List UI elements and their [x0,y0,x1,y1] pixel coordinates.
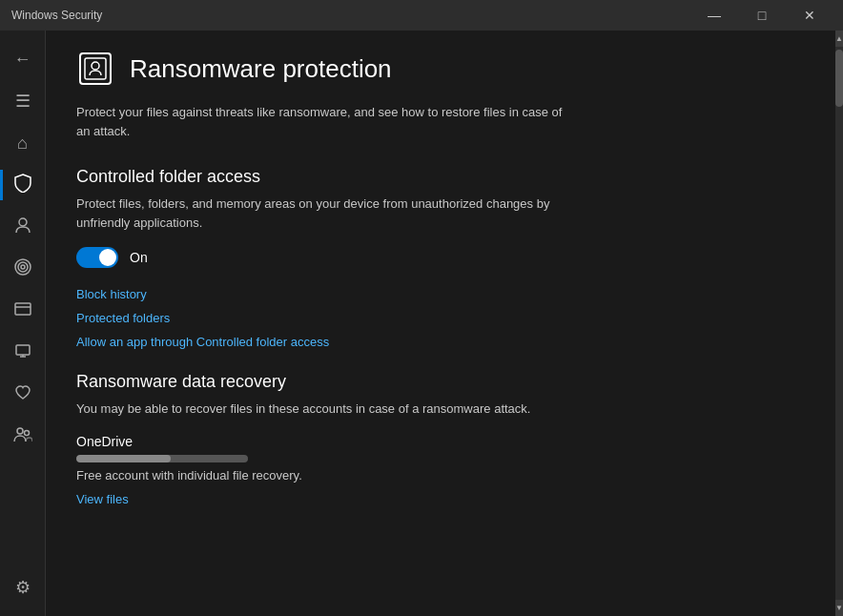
recovery-description: You may be able to recover files in thes… [76,400,553,419]
toggle-row: On [76,247,805,268]
controlled-folder-toggle[interactable] [76,247,118,268]
app-body: ← ☰ ⌂ [0,31,843,616]
svg-point-10 [24,430,29,435]
controlled-folder-section: Controlled folder access Protect files, … [76,167,805,349]
titlebar-left: Windows Security [11,9,102,22]
recovery-title: Ransomware data recovery [76,372,805,392]
svg-point-13 [92,62,99,70]
svg-rect-6 [16,345,30,355]
scrollbar-track: ▲ ▼ [835,31,843,616]
controlled-folder-title: Controlled folder access [76,167,805,187]
toggle-state-label: On [130,250,148,265]
svg-point-1 [21,265,25,269]
app-browser-icon [13,299,32,323]
sidebar-item-home[interactable]: ⌂ [0,122,46,164]
recovery-section: Ransomware data recovery You may be able… [76,372,805,506]
shield-icon [13,174,32,197]
back-icon: ← [14,50,31,70]
sidebar-item-back[interactable]: ← [0,38,46,80]
controlled-folder-description: Protect files, folders, and memory areas… [76,195,553,232]
sidebar-item-firewall[interactable] [0,248,46,290]
onedrive-bar [76,455,248,462]
device-icon [13,341,32,365]
sidebar-item-app-browser[interactable] [0,290,46,332]
page-header: Ransomware protection [76,50,805,88]
onedrive-account-desc: Free account with individual file recove… [76,468,805,483]
ransomware-icon [76,50,114,88]
view-files-link[interactable]: View files [76,492,805,506]
page-description: Protect your files against threats like … [76,103,572,140]
app-title: Windows Security [11,9,102,22]
sidebar-item-virus[interactable] [0,164,46,206]
content-wrapper: Ransomware protection Protect your files… [46,31,843,616]
onedrive-bar-fill [76,455,171,462]
protected-folders-link[interactable]: Protected folders [76,311,805,325]
scrollbar-thumb[interactable] [835,50,843,107]
svg-point-9 [17,428,23,434]
sidebar-item-settings[interactable]: ⚙ [0,566,46,608]
heart-icon [13,383,32,407]
main-content: Ransomware protection Protect your files… [46,31,835,616]
svg-point-2 [18,262,28,272]
account-icon [13,216,32,239]
titlebar-controls: — □ ✕ [692,0,832,31]
scroll-up-arrow[interactable]: ▲ [835,31,843,47]
family-icon [13,425,32,449]
svg-rect-4 [15,303,31,315]
settings-icon: ⚙ [15,577,31,598]
sidebar-item-menu[interactable]: ☰ [0,80,46,122]
sidebar: ← ☰ ⌂ [0,31,46,616]
sidebar-item-device[interactable] [0,332,46,374]
sidebar-item-account[interactable] [0,206,46,248]
titlebar: Windows Security — □ ✕ [0,0,843,31]
firewall-icon [13,257,32,281]
onedrive-name: OneDrive [76,434,805,449]
menu-icon: ☰ [15,91,31,112]
close-button[interactable]: ✕ [788,0,832,31]
sidebar-item-family[interactable] [0,416,46,458]
allow-app-link[interactable]: Allow an app through Controlled folder a… [76,335,805,349]
sidebar-bottom: ⚙ [0,566,46,608]
toggle-knob [99,249,116,266]
page-title: Ransomware protection [130,54,392,84]
home-icon: ⌂ [17,133,28,154]
onedrive-row: OneDrive Free account with individual fi… [76,434,805,506]
block-history-link[interactable]: Block history [76,287,805,301]
svg-point-0 [19,218,27,226]
minimize-button[interactable]: — [692,0,736,31]
maximize-button[interactable]: □ [740,0,784,31]
sidebar-item-health[interactable] [0,374,46,416]
scroll-down-arrow[interactable]: ▼ [835,600,843,616]
